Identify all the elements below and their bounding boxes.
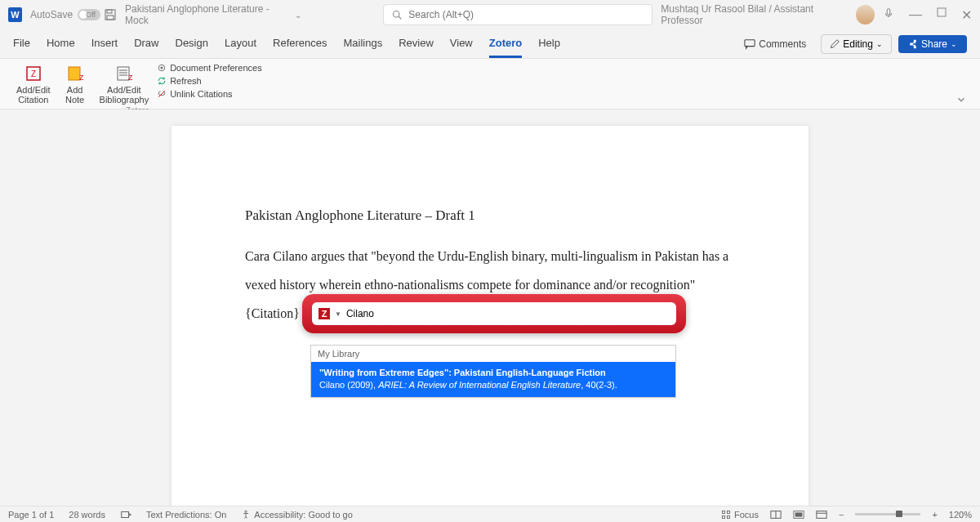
ribbon-unlink-citations[interactable]: Unlink Citations	[157, 88, 262, 100]
mic-icon[interactable]	[883, 7, 894, 23]
search-input[interactable]	[408, 9, 644, 20]
title-bar: W AutoSave Off Pakistani Anglophone Lite…	[0, 0, 980, 29]
zoom-in-icon[interactable]: +	[932, 510, 937, 520]
comment-icon	[744, 38, 755, 50]
user-info[interactable]: Mushtaq Ur Rasool Bilal / Assistant Prof…	[661, 3, 875, 26]
chevron-down-icon[interactable]: ⌄	[295, 11, 301, 20]
zotero-library-label: My Library	[311, 346, 675, 362]
save-icon[interactable]	[104, 8, 117, 21]
zoom-out-icon[interactable]: −	[839, 510, 844, 520]
ribbon-icon: Z	[114, 64, 134, 83]
tab-references[interactable]: References	[273, 30, 327, 58]
document-title[interactable]: Pakistani Anglophone Literature - Mock	[125, 3, 287, 26]
ribbon-add-note[interactable]: ZAddNote	[62, 62, 88, 106]
user-name: Mushtaq Ur Rasool Bilal / Assistant Prof…	[661, 3, 848, 26]
accessibility-icon	[241, 510, 251, 520]
svg-rect-25	[723, 511, 725, 513]
read-mode-icon[interactable]	[770, 510, 782, 520]
close-icon[interactable]: ✕	[961, 7, 972, 23]
svg-rect-13	[69, 67, 80, 80]
tab-file[interactable]: File	[13, 30, 30, 58]
ribbon-tabs: FileHomeInsertDrawDesignLayoutReferences…	[0, 29, 980, 59]
tab-design[interactable]: Design	[176, 30, 208, 58]
tab-view[interactable]: View	[450, 30, 473, 58]
comments-button[interactable]: Comments	[736, 35, 814, 53]
zotero-results: My Library "Writing from Extreme Edges":…	[310, 345, 676, 398]
zotero-result-meta: Cilano (2009), ARIEL: A Review of Intern…	[319, 379, 667, 391]
chevron-down-icon: ⌄	[876, 40, 883, 48]
svg-point-10	[914, 46, 915, 47]
autosave-label: AutoSave	[30, 9, 73, 20]
svg-rect-6	[938, 8, 946, 16]
svg-rect-32	[795, 512, 803, 516]
search-box[interactable]	[383, 4, 653, 25]
tab-mailings[interactable]: Mailings	[344, 30, 383, 58]
print-layout-icon[interactable]	[793, 510, 804, 520]
document-heading[interactable]: Pakistan Anglophone Literature – Draft 1	[245, 207, 735, 224]
ribbon-small-icon	[157, 76, 167, 86]
zotero-citation-popup: Z ▼ My Library "Writing from Extreme Edg…	[302, 294, 686, 398]
ribbon-icon: Z	[24, 64, 43, 83]
ribbon-document-preferences[interactable]: Document Preferences	[157, 62, 262, 74]
tab-layout[interactable]: Layout	[225, 30, 256, 58]
ribbon-add-edit-bibliography[interactable]: ZAdd/EditBibliography	[96, 62, 153, 106]
share-button[interactable]: Share ⌄	[898, 35, 967, 53]
search-icon	[392, 10, 402, 20]
svg-rect-2	[107, 16, 114, 20]
svg-rect-15	[118, 67, 129, 80]
word-count[interactable]: 28 words	[69, 510, 105, 520]
text-predictions[interactable]: Text Predictions: On	[146, 510, 226, 520]
svg-rect-26	[728, 511, 730, 513]
svg-rect-27	[723, 515, 725, 518]
svg-point-24	[245, 511, 247, 512]
status-bar: Page 1 of 1 28 words Text Predictions: O…	[0, 506, 980, 522]
tab-zotero[interactable]: Zotero	[489, 30, 522, 58]
svg-point-9	[911, 42, 912, 44]
zotero-search-frame: Z ▼	[302, 294, 686, 333]
tab-home[interactable]: Home	[47, 30, 75, 58]
chevron-down-icon: ⌄	[951, 40, 957, 48]
web-layout-icon[interactable]	[816, 510, 827, 520]
page-indicator[interactable]: Page 1 of 1	[8, 510, 54, 520]
tab-insert[interactable]: Insert	[91, 30, 118, 58]
zotero-search-input[interactable]	[346, 308, 670, 319]
ribbon-small-icon	[157, 63, 167, 73]
svg-rect-5	[887, 8, 890, 14]
svg-point-3	[394, 11, 400, 18]
focus-mode[interactable]: Focus	[721, 510, 759, 520]
svg-text:Z: Z	[79, 74, 84, 82]
ribbon-refresh[interactable]: Refresh	[157, 75, 262, 87]
autosave-state: Off	[86, 11, 96, 19]
word-app-icon: W	[8, 7, 22, 22]
svg-point-21	[161, 67, 163, 69]
svg-rect-23	[122, 511, 129, 517]
svg-rect-7	[745, 39, 755, 46]
maximize-icon[interactable]	[937, 7, 947, 23]
ribbon-small-icon	[157, 89, 167, 99]
zotero-z-icon: Z	[318, 308, 330, 319]
ribbon-add-edit-citation[interactable]: ZAdd/EditCitation	[13, 62, 54, 106]
collapse-ribbon-icon[interactable]	[956, 94, 967, 105]
ribbon-icon: Z	[65, 64, 85, 83]
zoom-slider[interactable]	[855, 513, 920, 515]
svg-rect-28	[728, 515, 730, 518]
dropdown-arrow-icon[interactable]: ▼	[335, 310, 341, 318]
zotero-search-box[interactable]: Z ▼	[312, 302, 676, 325]
tab-draw[interactable]: Draw	[134, 30, 158, 58]
zotero-result-item[interactable]: "Writing from Extreme Edges": Pakistani …	[311, 362, 675, 397]
zoom-level[interactable]: 120%	[949, 510, 972, 520]
zotero-result-title: "Writing from Extreme Edges": Pakistani …	[319, 367, 667, 379]
ribbon: ZAdd/EditCitationZAddNoteZAdd/EditBiblio…	[0, 59, 980, 109]
tab-review[interactable]: Review	[399, 30, 434, 58]
autosave-toggle[interactable]: AutoSave Off	[30, 9, 96, 20]
pencil-icon	[830, 39, 840, 49]
spellcheck-icon[interactable]	[120, 509, 131, 520]
accessibility-status[interactable]: Accessibility: Good to go	[241, 510, 352, 520]
focus-icon	[721, 510, 731, 520]
user-avatar[interactable]	[856, 5, 875, 25]
minimize-icon[interactable]: —	[909, 7, 922, 23]
svg-text:Z: Z	[128, 74, 133, 82]
editing-mode-button[interactable]: Editing ⌄	[821, 34, 892, 54]
tab-help[interactable]: Help	[538, 30, 560, 58]
svg-rect-33	[817, 511, 826, 518]
